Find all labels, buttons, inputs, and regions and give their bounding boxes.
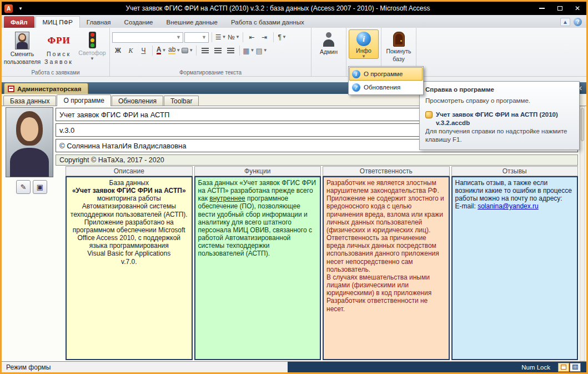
window-title: Учет заявок ФГИС ФРИ на АСТП (2010) v.3.…: [23, 4, 533, 12]
pencil-icon: ✎: [21, 183, 27, 191]
email-link[interactable]: solanina@yandex.ru: [478, 202, 539, 210]
addin-icon: [425, 111, 433, 118]
tab-home[interactable]: Главная: [80, 16, 118, 28]
header-feedback: Отзывы: [451, 166, 579, 176]
question-icon: ?: [352, 83, 360, 92]
highlight-color-button[interactable]: ab▼: [168, 45, 180, 56]
align-center-button[interactable]: [212, 45, 224, 56]
functions-textbox: База данных «Учет заявок ФГИС ФРИ на АСТ…: [194, 176, 321, 360]
info-dropdown-menu: i О программе ? Обновления: [348, 66, 424, 95]
collapse-ribbon-icon[interactable]: ▲: [560, 18, 570, 26]
font-name-combo[interactable]: ▼: [112, 32, 183, 43]
maximize-button[interactable]: [551, 2, 569, 15]
search-requests-button[interactable]: ФРИ Поиск Заявок: [41, 29, 77, 66]
group-text-formatting-label: Форматирование текста: [110, 69, 311, 76]
user-photo-icon: [15, 32, 29, 49]
form-tab-about[interactable]: О программе: [57, 94, 110, 106]
supertooltip: Справка о программе Просмотреть справку …: [419, 81, 580, 150]
tooltip-title: Справка о программе: [425, 86, 574, 94]
maximize-icon: [557, 6, 562, 11]
ribbon: Сменить пользователя ФРИ Поиск Заявок Св…: [2, 28, 586, 77]
datasheet-view-button[interactable]: [570, 363, 581, 372]
dropdown-caret-icon: ▼: [90, 57, 94, 61]
numbered-list-button[interactable]: №▼: [228, 32, 240, 43]
bullet-list-button[interactable]: ☰▼: [215, 32, 227, 43]
status-mode-label: Режим формы: [2, 362, 288, 372]
save-icon: ▣: [37, 183, 43, 191]
group-admin: Админ: [311, 28, 346, 76]
fri-logo-icon: ФРИ: [47, 32, 70, 49]
change-user-button[interactable]: Сменить пользователя: [4, 29, 41, 66]
access-app-icon[interactable]: A: [4, 4, 13, 13]
traffic-light-icon: [89, 32, 96, 48]
author-photo: [6, 107, 53, 177]
font-color-button[interactable]: А▼: [155, 45, 167, 56]
save-button[interactable]: ▣: [33, 180, 47, 194]
fill-color-button[interactable]: ▼: [182, 45, 193, 56]
info-icon: i: [352, 70, 360, 78]
tooltip-description: Просмотреть справку о программе.: [425, 97, 574, 105]
align-right-button[interactable]: [225, 45, 237, 56]
door-icon: [393, 32, 405, 47]
description-textbox: База данных «Учет заявок ФГИС ФРИ на АСТ…: [66, 176, 193, 360]
group-requests: Сменить пользователя ФРИ Поиск Заявок Св…: [2, 28, 110, 76]
form-tab-toolbar[interactable]: Toolbar: [164, 96, 199, 106]
form-tab-database[interactable]: База данных: [3, 96, 56, 106]
group-requests-label: Работа с заявками: [2, 69, 109, 76]
header-functions: Функции: [194, 166, 321, 176]
gridlines-button[interactable]: ▦▼: [243, 45, 254, 56]
edit-button[interactable]: ✎: [16, 180, 31, 194]
tab-create[interactable]: Создание: [118, 16, 160, 28]
tab-database-tools[interactable]: Работа с базами данных: [224, 16, 311, 28]
tab-external-data[interactable]: Внешние данные: [159, 16, 224, 28]
title-bar: A ▼ Учет заявок ФГИС ФРИ на АСТП (2010) …: [2, 2, 586, 15]
form-view-button[interactable]: [558, 363, 569, 372]
feedback-textbox: Написать отзыв, а также если возникли ка…: [451, 176, 579, 360]
italic-button[interactable]: К: [125, 45, 137, 56]
tooltip-hint: Для получения справки по надстройке нажм…: [425, 127, 574, 144]
leave-database-button[interactable]: Покинуть базу: [384, 29, 414, 63]
info-icon: i: [356, 32, 371, 46]
help-icon[interactable]: ?: [574, 18, 582, 26]
ribbon-tab-row: Файл МИЦ ПФР Главная Создание Внешние да…: [2, 15, 586, 28]
copyright-label: Copyright © НаТаХа, 2017 - 2020: [56, 154, 578, 166]
fill-bucket-icon: [182, 48, 188, 53]
form-view-icon: [561, 365, 566, 370]
menu-item-about[interactable]: i О программе: [349, 67, 423, 81]
admin-button[interactable]: Админ: [314, 29, 344, 56]
vertical-scrollbar[interactable]: [580, 106, 585, 361]
header-responsibility: Ответственность: [323, 166, 450, 176]
minimize-icon: [539, 8, 545, 9]
underline-button[interactable]: Ч: [138, 45, 149, 56]
quick-access-caret-icon[interactable]: ▼: [18, 6, 23, 11]
responsibility-textbox: Разработчик не является злостным нарушит…: [323, 176, 450, 360]
bold-button[interactable]: Ж: [112, 45, 124, 56]
font-size-combo[interactable]: ▼: [184, 32, 209, 43]
minimize-button[interactable]: [533, 2, 551, 15]
form-tab-updates[interactable]: Обновления: [112, 96, 163, 106]
decrease-indent-button[interactable]: ⇤: [246, 32, 258, 43]
numlock-indicator: Num Lock: [521, 364, 550, 371]
document-tab-admin[interactable]: Администраторская: [4, 83, 88, 94]
menu-item-updates[interactable]: ? Обновления: [349, 81, 423, 94]
traffic-light-button[interactable]: Светофор ▼: [77, 29, 107, 61]
close-button[interactable]: ✕: [569, 2, 586, 15]
scrollbar-thumb[interactable]: [581, 108, 584, 141]
tab-mic-pfr[interactable]: МИЦ ПФР: [36, 16, 80, 28]
tooltip-filename: Учет заявок ФГИС ФРИ на АСТП (2010) v.3.…: [436, 111, 574, 127]
info-button[interactable]: i Инфо ▼: [349, 29, 379, 59]
tab-file[interactable]: Файл: [4, 16, 34, 28]
form-icon: [8, 86, 14, 92]
increase-indent-button[interactable]: ⇥: [259, 32, 270, 43]
admin-person-icon: [322, 32, 335, 47]
dropdown-caret-icon: ▼: [361, 55, 366, 58]
alt-row-color-button[interactable]: ▤▼: [256, 45, 268, 56]
access-window: A ▼ Учет заявок ФГИС ФРИ на АСТП (2010) …: [0, 0, 588, 374]
group-text-formatting: ▼ ▼ ☰▼ №▼ ⇤ ⇥ ¶▼ Ж К Ч А▼ ab: [110, 28, 311, 76]
paragraph-marks-button[interactable]: ¶▼: [277, 32, 288, 43]
column-headers: Описание Функции Ответственность Отзывы: [66, 166, 578, 176]
status-bar: Режим формы Num Lock: [2, 361, 586, 372]
header-description: Описание: [66, 166, 193, 176]
align-left-button[interactable]: [199, 45, 211, 56]
datasheet-view-icon: [572, 365, 578, 370]
